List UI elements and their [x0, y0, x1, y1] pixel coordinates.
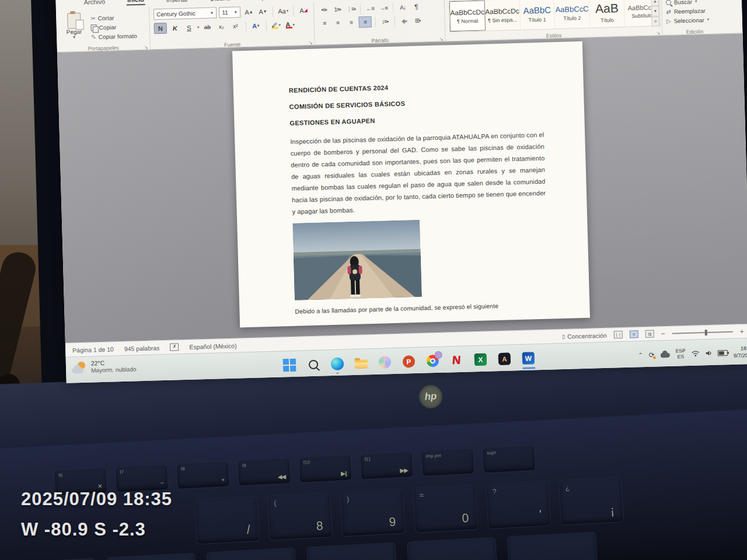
edge-button[interactable]	[330, 356, 344, 371]
document-photo-oxidation-pond[interactable]	[292, 220, 422, 300]
select-button[interactable]: ▷ Seleccionar ▾	[666, 16, 722, 24]
chrome-button[interactable]	[425, 354, 440, 368]
zoom-slider-thumb[interactable]	[705, 330, 707, 335]
keyboard-key[interactable]: ?'	[486, 481, 551, 530]
zoom-slider[interactable]	[672, 331, 733, 334]
copilot-button[interactable]	[378, 355, 392, 370]
gallery-expand-icon[interactable]: ≡	[652, 16, 659, 27]
borders-button[interactable]: ⊞▾	[411, 15, 423, 26]
dialog-launcher-icon[interactable]: ↘	[657, 30, 661, 36]
word-count[interactable]: 945 palabras	[124, 344, 160, 352]
underline-button[interactable]: S	[183, 22, 195, 33]
proofing-icon[interactable]: ✗	[170, 343, 179, 351]
ribbon-tab[interactable]: Diseño	[209, 0, 232, 4]
font-color-button[interactable]: A▾	[284, 20, 296, 30]
style-tile[interactable]: AaBTítulo	[589, 0, 625, 27]
ribbon-tab[interactable]: Archivo	[82, 0, 106, 7]
styles-gallery-scrollbar[interactable]: ▲ ▼ ≡	[651, 0, 659, 26]
keyboard-key[interactable]	[6, 558, 96, 560]
align-left-button[interactable]: ≡	[318, 18, 330, 29]
powerpoint-button[interactable]: P	[402, 355, 416, 369]
keyboard-key[interactable]: =0	[413, 484, 478, 533]
font-family-select[interactable]: Century Gothic ▼	[153, 7, 217, 20]
document-page[interactable]: RENDICIÓN DE CUENTAS 2024 COMISIÓN DE SE…	[232, 41, 590, 328]
keyboard-key[interactable]	[207, 548, 297, 560]
keyboard-key[interactable]: f10▶||	[298, 454, 352, 483]
read-mode-icon[interactable]: ❘❘	[614, 331, 623, 338]
font-size-select[interactable]: 11 ▼	[219, 6, 241, 18]
netflix-button[interactable]: N	[449, 353, 464, 368]
multilevel-list-button[interactable]: ⋮≡▾	[345, 4, 357, 14]
keyboard-key[interactable]: f9◀◀	[238, 458, 291, 487]
keyboard-key[interactable]	[407, 537, 497, 560]
keyboard-key[interactable]	[106, 553, 197, 560]
superscript-button[interactable]: x²	[229, 21, 241, 32]
justify-button[interactable]: ≡	[358, 16, 372, 28]
sort-button[interactable]: A↓	[397, 2, 409, 13]
replace-button[interactable]: ⇄ Reemplazar	[666, 7, 722, 15]
paste-button[interactable]: Pegar ▼	[60, 11, 88, 46]
language-indicator[interactable]: Español (México)	[189, 342, 236, 350]
keyboard-key[interactable]: ¿¡	[558, 477, 624, 526]
clear-formatting-button[interactable]: A◢	[298, 5, 309, 16]
bold-button[interactable]: N	[154, 23, 167, 34]
subscript-button[interactable]: x₂	[215, 22, 227, 32]
keyboard-key[interactable]: f8+	[176, 461, 230, 489]
cut-button[interactable]: ✂ Cortar	[90, 14, 137, 22]
hidden-icons-chevron[interactable]: ⌃	[638, 352, 643, 358]
keyboard-key[interactable]: )9	[340, 488, 406, 537]
page-indicator[interactable]: Página 1 de 10	[72, 345, 114, 354]
print-layout-icon[interactable]: ≡	[630, 330, 638, 338]
align-right-button[interactable]: ≡	[345, 18, 357, 28]
keyboard-key[interactable]: /	[194, 496, 260, 545]
format-painter-button[interactable]: ✎ Copiar formato	[91, 33, 137, 40]
word-button-active[interactable]: W	[521, 351, 536, 366]
start-button[interactable]	[282, 358, 296, 372]
weather-widget[interactable]: 22°C Mayorm. nublado	[72, 358, 137, 375]
shrink-font-button[interactable]: A▼	[257, 6, 268, 17]
ribbon-tab[interactable]: Inicio	[126, 0, 145, 6]
change-case-button[interactable]: Aa▾	[277, 6, 289, 16]
battery-icon[interactable]	[718, 350, 728, 356]
language-switcher[interactable]: ESP ES	[675, 348, 686, 360]
scroll-down-icon[interactable]: ▼	[651, 6, 659, 16]
find-button[interactable]: Buscar ▾	[666, 0, 722, 5]
numbered-list-button[interactable]: 1≡▾	[331, 4, 343, 15]
decrease-indent-button[interactable]: ←≡	[364, 3, 376, 13]
italic-button[interactable]: K	[169, 23, 181, 33]
wifi-icon[interactable]	[692, 350, 700, 356]
adobe-button[interactable]: A	[497, 352, 512, 366]
zoom-out-button[interactable]: −	[661, 330, 665, 338]
style-tile[interactable]: AaBbCcDc¶ Normal	[449, 0, 486, 32]
ribbon-tab[interactable]: Referencias	[306, 0, 343, 1]
keyboard-key[interactable]: imp pnt	[421, 448, 474, 477]
shading-button[interactable]: ◆▾	[398, 16, 410, 26]
dialog-launcher-icon[interactable]: ↘	[144, 45, 148, 50]
excel-button[interactable]: X	[473, 352, 488, 367]
zoom-in-button[interactable]: +	[740, 327, 744, 335]
style-tile[interactable]: AaBbCcCTítulo 2	[554, 0, 590, 29]
style-tile[interactable]: AaBbCcDc¶ Sin espa...	[485, 0, 521, 30]
pilcrow-button[interactable]: ¶	[410, 2, 422, 12]
web-layout-icon[interactable]: ▤	[645, 330, 654, 338]
file-explorer-button[interactable]	[354, 356, 368, 370]
bullet-list-button[interactable]: •≡▾	[318, 4, 330, 15]
style-tile[interactable]: AaBbCTítulo 1	[519, 0, 555, 30]
taskbar-search-button[interactable]	[306, 357, 320, 372]
sync-status-icon[interactable]: ⟳	[648, 351, 654, 359]
text-effects-button[interactable]: A▾	[250, 20, 261, 31]
dialog-launcher-icon[interactable]: ↘	[309, 40, 313, 46]
keyboard-key[interactable]: (8	[267, 492, 333, 541]
ribbon-tab[interactable]: Disposición	[251, 0, 287, 2]
speaker-icon[interactable]	[706, 350, 712, 356]
increase-indent-button[interactable]: →≡	[378, 3, 389, 13]
keyboard-key[interactable]	[306, 542, 397, 560]
dialog-launcher-icon[interactable]: ↘	[439, 36, 444, 41]
align-center-button[interactable]: ≡	[331, 18, 343, 28]
scroll-up-icon[interactable]: ▲	[651, 0, 659, 6]
keyboard-key[interactable]: supr	[482, 445, 536, 474]
highlight-button[interactable]: 🖉▾	[270, 20, 282, 30]
taskbar-clock[interactable]: 18:35 9/7/2025	[733, 345, 747, 359]
grow-font-button[interactable]: A▲	[243, 6, 254, 17]
ribbon-tab[interactable]: Insertar	[165, 0, 190, 5]
